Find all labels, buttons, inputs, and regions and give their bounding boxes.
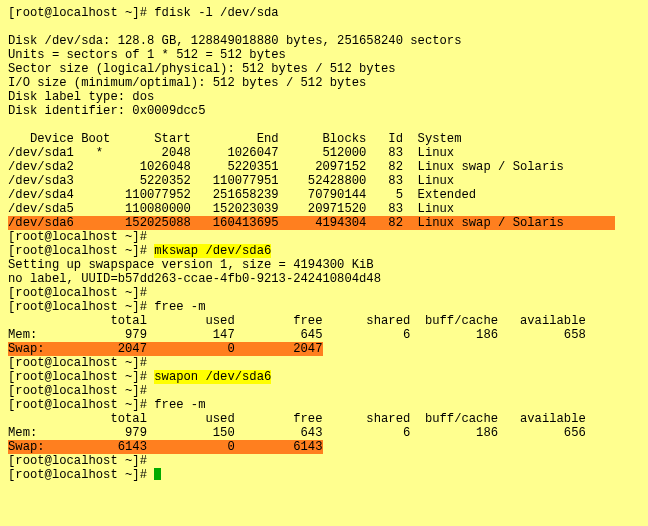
disk-info: Disk identifier: 0x0009dcc5 [8, 104, 640, 118]
shell-prompt: [root@localhost ~]# [8, 370, 154, 384]
highlight-yellow: swapon /dev/sda6 [154, 370, 271, 384]
partition-row-highlighted: /dev/sda6 152025088 160413695 4194304 82… [8, 216, 640, 230]
free-header: total used free shared buff/cache availa… [8, 412, 640, 426]
highlight-yellow: mkswap /dev/sda6 [154, 244, 271, 258]
highlight-orange: Swap: 2047 0 2047 [8, 342, 323, 356]
shell-prompt: [root@localhost ~]# [8, 6, 154, 20]
blank-line [8, 118, 640, 132]
prompt-line: [root@localhost ~]# [8, 454, 640, 468]
cursor-icon [154, 468, 161, 480]
prompt-line: [root@localhost ~]# [8, 230, 640, 244]
partition-row: /dev/sda1 * 2048 1026047 512000 83 Linux [8, 146, 640, 160]
cmd-line-free: [root@localhost ~]# free -m [8, 398, 640, 412]
disk-info: I/O size (minimum/optimal): 512 bytes / … [8, 76, 640, 90]
partition-row: /dev/sda4 110077952 251658239 70790144 5… [8, 188, 640, 202]
shell-prompt: [root@localhost ~]# [8, 244, 154, 258]
cmd-text: free -m [154, 300, 205, 314]
prompt-line: [root@localhost ~]# [8, 356, 640, 370]
blank-line [8, 20, 640, 34]
shell-prompt: [root@localhost ~]# [8, 468, 154, 482]
disk-info: Disk /dev/sda: 128.8 GB, 128849018880 by… [8, 34, 640, 48]
disk-info: Units = sectors of 1 * 512 = 512 bytes [8, 48, 640, 62]
shell-prompt: [root@localhost ~]# [8, 398, 154, 412]
partition-header: Device Boot Start End Blocks Id System [8, 132, 640, 146]
cmd-line-free: [root@localhost ~]# free -m [8, 300, 640, 314]
cmd-line-swapon: [root@localhost ~]# swapon /dev/sda6 [8, 370, 640, 384]
highlight-orange: /dev/sda6 152025088 160413695 4194304 82… [8, 216, 615, 230]
partition-row: /dev/sda3 5220352 110077951 52428800 83 … [8, 174, 640, 188]
highlight-orange: Swap: 6143 0 6143 [8, 440, 323, 454]
free-swap-row: Swap: 6143 0 6143 [8, 440, 640, 454]
cmd-line-fdisk: [root@localhost ~]# fdisk -l /dev/sda [8, 6, 640, 20]
prompt-with-cursor[interactable]: [root@localhost ~]# [8, 468, 640, 482]
disk-info: Disk label type: dos [8, 90, 640, 104]
partition-row: /dev/sda2 1026048 5220351 2097152 82 Lin… [8, 160, 640, 174]
cmd-line-mkswap: [root@localhost ~]# mkswap /dev/sda6 [8, 244, 640, 258]
free-swap-row: Swap: 2047 0 2047 [8, 342, 640, 356]
cmd-text: fdisk -l /dev/sda [154, 6, 278, 20]
cmd-text: free -m [154, 398, 205, 412]
mkswap-output: no label, UUID=b57dd263-ccae-4fb0-9213-2… [8, 272, 640, 286]
prompt-line: [root@localhost ~]# [8, 384, 640, 398]
disk-info: Sector size (logical/physical): 512 byte… [8, 62, 640, 76]
free-header: total used free shared buff/cache availa… [8, 314, 640, 328]
prompt-line: [root@localhost ~]# [8, 286, 640, 300]
shell-prompt: [root@localhost ~]# [8, 300, 154, 314]
partition-row: /dev/sda5 110080000 152023039 20971520 8… [8, 202, 640, 216]
free-mem-row: Mem: 979 147 645 6 186 658 [8, 328, 640, 342]
free-mem-row: Mem: 979 150 643 6 186 656 [8, 426, 640, 440]
mkswap-output: Setting up swapspace version 1, size = 4… [8, 258, 640, 272]
